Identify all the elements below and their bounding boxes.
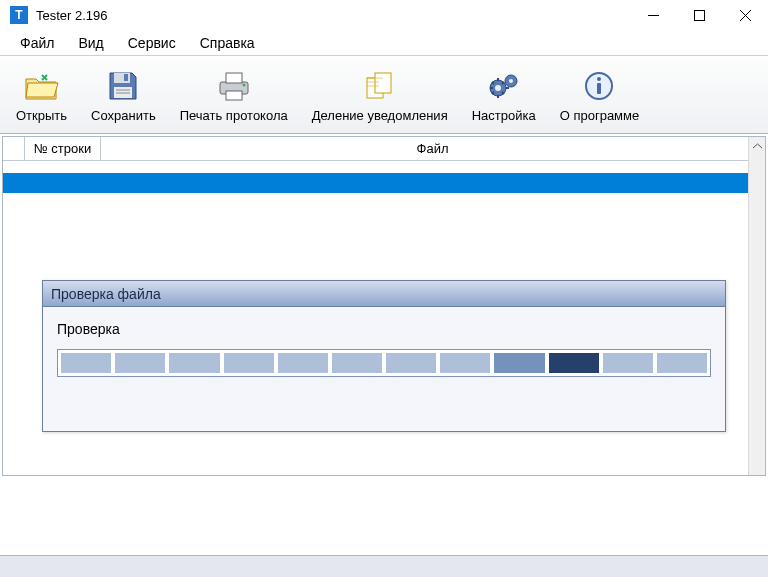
- svg-rect-10: [226, 73, 242, 83]
- progress-segment: [169, 353, 219, 373]
- column-row-number[interactable]: № строки: [25, 137, 101, 160]
- menu-help[interactable]: Справка: [188, 32, 267, 54]
- minimize-button[interactable]: [630, 0, 676, 30]
- menu-file[interactable]: Файл: [8, 32, 66, 54]
- svg-point-18: [509, 79, 513, 83]
- open-label: Открыть: [16, 108, 67, 123]
- progress-segment: [494, 353, 544, 373]
- dialog-body: Проверка: [43, 307, 725, 387]
- title-bar: T Tester 2.196: [0, 0, 768, 30]
- minimize-icon: [648, 10, 659, 21]
- table-row[interactable]: [3, 173, 748, 193]
- scroll-up-button[interactable]: [749, 137, 765, 154]
- svg-rect-14: [375, 73, 391, 93]
- info-icon: [581, 68, 617, 104]
- table-header: № строки Файл: [3, 137, 765, 161]
- gears-icon: [486, 68, 522, 104]
- progress-segment: [440, 353, 490, 373]
- folder-open-icon: [24, 68, 60, 104]
- progress-segment: [657, 353, 707, 373]
- about-label: О программе: [560, 108, 640, 123]
- documents-icon: [362, 68, 398, 104]
- progress-bar: [57, 349, 711, 377]
- svg-rect-5: [124, 74, 128, 81]
- settings-button[interactable]: Настройка: [462, 64, 546, 127]
- progress-segment: [278, 353, 328, 373]
- print-label: Печать протокола: [180, 108, 288, 123]
- progress-segment: [603, 353, 653, 373]
- progress-segment: [224, 353, 274, 373]
- save-button[interactable]: Сохранить: [81, 64, 166, 127]
- maximize-icon: [694, 10, 705, 21]
- print-button[interactable]: Печать протокола: [170, 64, 298, 127]
- progress-segment: [61, 353, 111, 373]
- save-label: Сохранить: [91, 108, 156, 123]
- svg-rect-1: [694, 10, 704, 20]
- close-icon: [740, 10, 751, 21]
- window-title: Tester 2.196: [36, 8, 108, 23]
- vertical-scrollbar[interactable]: [748, 137, 765, 475]
- column-file[interactable]: Файл: [101, 137, 765, 160]
- close-button[interactable]: [722, 0, 768, 30]
- progress-label: Проверка: [57, 321, 711, 337]
- progress-dialog: Проверка файла Проверка: [42, 280, 726, 432]
- toolbar: Открыть Сохранить Печать протокола Делен…: [0, 56, 768, 134]
- maximize-button[interactable]: [676, 0, 722, 30]
- svg-rect-11: [226, 91, 242, 100]
- chevron-up-icon: [753, 143, 762, 149]
- settings-label: Настройка: [472, 108, 536, 123]
- svg-point-16: [495, 85, 501, 91]
- menu-service[interactable]: Сервис: [116, 32, 188, 54]
- svg-point-12: [242, 83, 245, 86]
- status-bar: [0, 555, 768, 577]
- app-icon: T: [10, 6, 28, 24]
- menu-view[interactable]: Вид: [66, 32, 115, 54]
- split-label: Деление уведомления: [312, 108, 448, 123]
- progress-segment: [115, 353, 165, 373]
- floppy-disk-icon: [105, 68, 141, 104]
- open-button[interactable]: Открыть: [6, 64, 77, 127]
- split-notification-button[interactable]: Деление уведомления: [302, 64, 458, 127]
- svg-point-20: [597, 77, 601, 81]
- printer-icon: [216, 68, 252, 104]
- column-checkbox[interactable]: [3, 137, 25, 160]
- progress-segment: [332, 353, 382, 373]
- svg-rect-21: [597, 83, 601, 94]
- menu-bar: Файл Вид Сервис Справка: [0, 30, 768, 56]
- progress-segment: [386, 353, 436, 373]
- window-controls: [630, 0, 768, 30]
- about-button[interactable]: О программе: [550, 64, 650, 127]
- progress-segment: [549, 353, 599, 373]
- dialog-title: Проверка файла: [43, 281, 725, 307]
